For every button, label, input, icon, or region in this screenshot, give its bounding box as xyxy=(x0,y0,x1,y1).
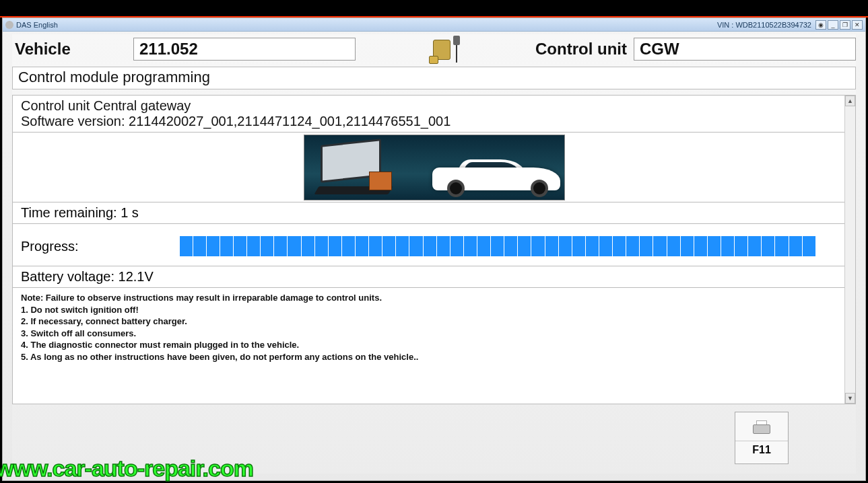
notes-block: Note: Failure to observe instructions ma… xyxy=(13,288,855,367)
progress-segment xyxy=(775,236,788,256)
progress-segment xyxy=(721,236,734,256)
progress-segment xyxy=(424,236,436,256)
printer-icon xyxy=(752,420,772,437)
progress-segment xyxy=(599,236,612,256)
progress-segment xyxy=(708,236,721,256)
progress-segment xyxy=(450,236,463,256)
window-controls: ◉ _ ❐ ✕ xyxy=(815,20,863,30)
note-item: 3. Switch off all consumers. xyxy=(21,328,847,340)
note-item: 5. As long as no other instructions have… xyxy=(21,351,847,363)
progress-segment xyxy=(789,236,802,256)
progress-segment xyxy=(342,236,355,256)
progress-segment xyxy=(315,236,328,256)
progress-segment xyxy=(234,236,246,256)
app-topbar xyxy=(0,0,868,17)
progress-segment xyxy=(762,236,774,256)
scrollbar[interactable]: ▲ ▼ xyxy=(844,96,855,404)
progress-segment xyxy=(193,236,206,256)
progress-label: Progress: xyxy=(21,239,79,254)
diagnostic-device-icon xyxy=(418,34,471,64)
progress-segment xyxy=(559,236,572,256)
scroll-down-icon[interactable]: ▼ xyxy=(845,393,855,404)
vehicle-label: Vehicle xyxy=(12,40,127,59)
progress-segment xyxy=(491,236,504,256)
car-icon xyxy=(432,155,560,197)
progress-segment xyxy=(477,236,490,256)
progress-segment xyxy=(220,236,233,256)
progress-segment xyxy=(464,236,477,256)
progress-segment xyxy=(329,236,341,256)
progress-segment xyxy=(369,236,382,256)
progress-segment xyxy=(572,236,585,256)
f11-label: F11 xyxy=(735,441,788,456)
progress-segment xyxy=(681,236,694,256)
main-panel: ▲ ▼ Control unit Central gateway Softwar… xyxy=(12,95,856,404)
progress-segment xyxy=(302,236,314,256)
progress-segment xyxy=(247,236,260,256)
control-unit-value: CGW xyxy=(634,38,856,61)
vehicle-value: 211.052 xyxy=(133,38,356,61)
vin-label: VIN : WDB2110522B394732 xyxy=(717,21,811,29)
note-item: 2. If necessary, connect battery charger… xyxy=(21,315,847,328)
progress-segment xyxy=(207,236,220,256)
progress-segment xyxy=(803,236,815,256)
time-remaining: Time remaining: 1 s xyxy=(13,202,855,224)
progress-segment xyxy=(613,236,626,256)
note-item: 4. The diagnostic connector must remain … xyxy=(21,339,847,351)
battery-voltage: Battery voltage: 12.1V xyxy=(13,266,855,288)
progress-segment xyxy=(640,236,653,256)
progress-block: Progress: xyxy=(13,224,855,266)
info-line-1: Control unit Central gateway xyxy=(21,98,847,114)
progress-segment xyxy=(586,236,599,256)
interface-box-icon xyxy=(369,172,392,190)
progress-segment xyxy=(504,236,517,256)
help-button[interactable]: ◉ xyxy=(815,20,826,30)
app-icon xyxy=(5,21,13,29)
progress-segment xyxy=(518,236,531,256)
window-titlebar: DAS English VIN : WDB2110522B394732 ◉ _ … xyxy=(3,18,865,32)
progress-segment xyxy=(437,236,450,256)
progress-segment xyxy=(531,236,544,256)
maximize-button[interactable]: ❐ xyxy=(840,20,850,30)
close-button[interactable]: ✕ xyxy=(852,20,863,30)
progress-segment xyxy=(653,236,666,256)
f11-button[interactable]: F11 xyxy=(735,412,789,464)
progress-segment xyxy=(180,236,193,256)
progress-segment xyxy=(735,236,747,256)
progress-segment xyxy=(382,236,395,256)
progress-segment xyxy=(356,236,368,256)
scroll-up-icon[interactable]: ▲ xyxy=(845,96,855,106)
watermark: www.car-auto-repair.com xyxy=(0,455,253,482)
illustration xyxy=(13,133,855,202)
progress-segment xyxy=(409,236,422,256)
app-title: DAS English xyxy=(16,21,58,29)
content-area: Vehicle 211.052 Control unit CGW Control… xyxy=(12,34,856,474)
progress-segment xyxy=(748,236,761,256)
page-subtitle: Control module programming xyxy=(12,67,856,89)
progress-segment xyxy=(626,236,639,256)
notes-heading: Note: Failure to observe instructions ma… xyxy=(21,292,847,304)
progress-segment xyxy=(694,236,707,256)
progress-segment xyxy=(545,236,558,256)
control-unit-label: Control unit xyxy=(533,40,627,59)
control-unit-info: Control unit Central gateway Software ve… xyxy=(13,96,855,133)
progress-bar xyxy=(180,236,815,256)
progress-segment xyxy=(274,236,287,256)
note-item: 1. Do not switch ignition off! xyxy=(21,304,847,316)
progress-segment xyxy=(396,236,409,256)
application-window: DAS English VIN : WDB2110522B394732 ◉ _ … xyxy=(2,17,866,481)
header-row: Vehicle 211.052 Control unit CGW xyxy=(12,34,856,64)
progress-segment xyxy=(667,236,680,256)
info-line-2: Software version: 2114420027_001,2114471… xyxy=(21,114,847,129)
progress-segment xyxy=(261,236,273,256)
progress-segment xyxy=(288,236,300,256)
minimize-button[interactable]: _ xyxy=(828,20,838,30)
